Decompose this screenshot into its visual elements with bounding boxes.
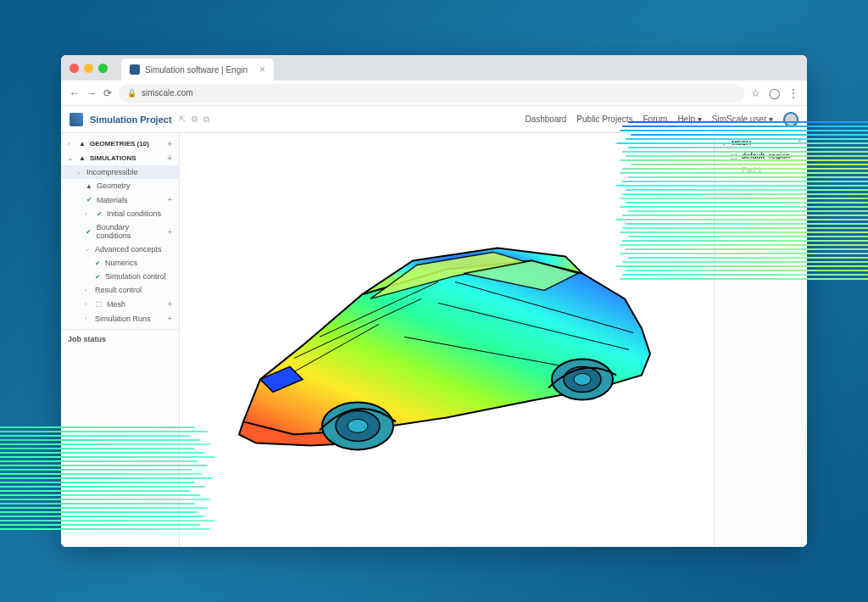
tree-item-simulation-runs[interactable]: › Simulation Runs + — [61, 311, 179, 326]
add-mesh-icon[interactable]: + — [167, 299, 172, 309]
add-simulation-icon[interactable]: + — [167, 153, 172, 163]
tree-item-mesh[interactable]: › ⬚ Mesh + — [61, 297, 179, 311]
tree-item-initial-conditions[interactable]: › ✔ Initial conditions — [61, 207, 179, 220]
nav-help[interactable]: Help ▾ — [677, 114, 701, 124]
nav-user[interactable]: SimScale user ▾ — [712, 114, 773, 124]
nav-dashboard[interactable]: Dashboard — [525, 114, 566, 124]
tree-item-incompressible[interactable]: ⌄ Incompressible — [61, 165, 179, 179]
nav-forum[interactable]: Forum — [643, 114, 667, 124]
add-run-icon[interactable]: + — [167, 314, 172, 323]
tree-item-numerics[interactable]: ✔ Numerics — [61, 256, 179, 270]
tab-title: Simulation software | Engin — [145, 65, 248, 75]
tab-close-icon[interactable]: × — [259, 64, 265, 75]
title-bar: Simulation software | Engin × — [61, 55, 807, 81]
user-avatar[interactable] — [783, 112, 798, 127]
browser-window: Simulation software | Engin × ← → ⟳ 🔒 si… — [61, 55, 807, 547]
panel-close-icon[interactable]: × — [797, 137, 802, 146]
url-text: simscale.com — [142, 88, 193, 98]
tree-geometries-header[interactable]: › ▲ GEOMETRIES (10) + — [61, 137, 179, 151]
right-panel: × ⌄ MESH ⬚ default_region ⬚ Part 1 — [714, 133, 807, 547]
url-bar: ← → ⟳ 🔒 simscale.com ☆ ◯ ⋮ — [61, 81, 807, 106]
tree-item-materials[interactable]: ✔ Materials + — [61, 192, 179, 207]
account-icon[interactable]: ◯ — [769, 87, 780, 99]
nav-public-projects[interactable]: Public Projects — [576, 114, 632, 124]
job-status-section[interactable]: Job status — [61, 329, 179, 348]
app-header: Simulation Project ⇱ ⚙ ⧉ Dashboard Publi… — [61, 106, 807, 133]
settings-icon[interactable]: ⚙ — [191, 114, 198, 125]
url-input[interactable]: 🔒 simscale.com — [119, 84, 744, 103]
tree-item-simulation-control[interactable]: ✔ Simulation control — [61, 270, 179, 283]
app-logo — [70, 113, 83, 126]
car-cfd-visualization — [209, 209, 684, 481]
add-boundary-icon[interactable]: + — [167, 227, 172, 237]
browser-tab[interactable]: Simulation software | Engin × — [121, 59, 274, 81]
tab-favicon — [130, 64, 140, 75]
panel-item-default-region[interactable]: ⬚ default_region — [715, 149, 807, 163]
nav-back-icon[interactable]: ← — [70, 87, 80, 99]
app-body: › ▲ GEOMETRIES (10) + ⌄ ▲ SIMULATIONS + … — [61, 133, 807, 547]
window-close-button[interactable] — [70, 64, 79, 73]
svg-point-8 — [348, 419, 368, 432]
tree-item-boundary-conditions[interactable]: ✔ Boundary conditions + — [61, 220, 179, 242]
share-icon[interactable]: ⇱ — [179, 114, 186, 125]
add-material-icon[interactable]: + — [167, 195, 172, 204]
panel-mesh-header[interactable]: ⌄ MESH — [715, 137, 807, 149]
viewport-3d[interactable] — [180, 133, 714, 547]
tree-item-geometry[interactable]: ▲ Geometry — [61, 179, 179, 192]
tree-item-advanced-concepts[interactable]: ⌄ Advanced concepts — [61, 242, 179, 256]
menu-icon[interactable]: ⋮ — [788, 87, 798, 99]
panel-item-part1[interactable]: ⬚ Part 1 — [715, 163, 807, 176]
window-minimize-button[interactable] — [84, 64, 93, 73]
svg-point-11 — [574, 373, 591, 385]
tree-item-result-control[interactable]: › Result control — [61, 283, 179, 297]
app-title: Simulation Project — [90, 114, 172, 125]
nav-reload-icon[interactable]: ⟳ — [103, 87, 112, 99]
window-maximize-button[interactable] — [98, 64, 108, 73]
copy-icon[interactable]: ⧉ — [203, 114, 209, 125]
lock-icon: 🔒 — [127, 89, 136, 98]
nav-forward-icon[interactable]: → — [86, 87, 97, 99]
tree-simulations-header[interactable]: ⌄ ▲ SIMULATIONS + — [61, 151, 179, 165]
sidebar: › ▲ GEOMETRIES (10) + ⌄ ▲ SIMULATIONS + … — [61, 133, 180, 547]
add-geometry-icon[interactable]: + — [167, 139, 172, 148]
star-icon[interactable]: ☆ — [751, 87, 760, 99]
